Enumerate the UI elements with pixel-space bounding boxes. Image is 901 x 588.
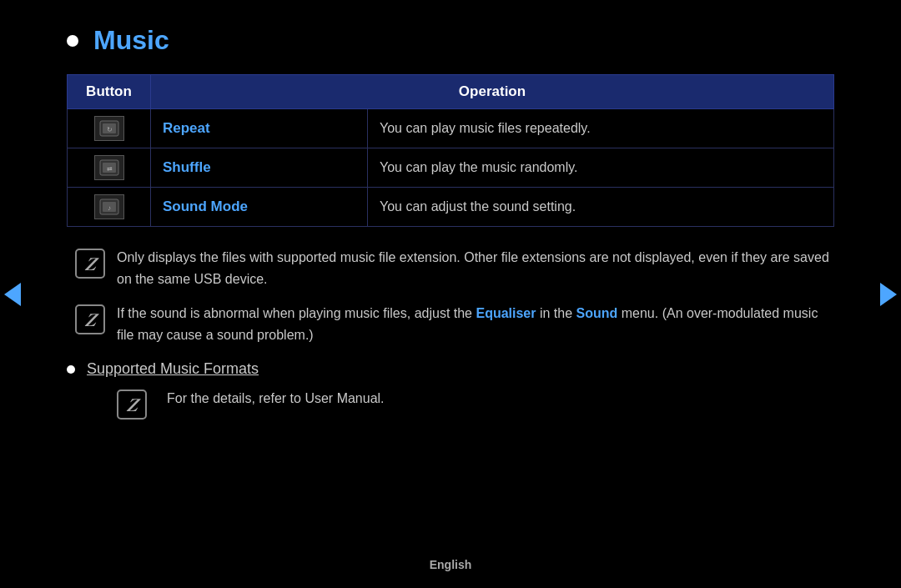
svg-text:↻: ↻ xyxy=(106,126,112,133)
note-icon-2: 𝒁 xyxy=(75,304,105,334)
supported-formats-section: Supported Music Formats 𝒁 For the detail… xyxy=(67,360,834,416)
note-row-1: 𝒁 Only displays the files with supported… xyxy=(75,247,834,289)
footer-language: English xyxy=(430,558,472,571)
sound-mode-button-icon: ♪ xyxy=(94,194,124,219)
notes-section: 𝒁 Only displays the files with supported… xyxy=(67,247,834,345)
nav-right-button[interactable] xyxy=(876,274,901,315)
page-title: Music xyxy=(93,25,169,56)
svg-text:𝒁: 𝒁 xyxy=(84,254,99,274)
table-row: ♪ Sound Mode You can adjust the sound se… xyxy=(68,188,834,227)
table-header-row: Button Operation xyxy=(68,75,834,109)
table-cell-desc: You can play the music randomly. xyxy=(368,148,834,188)
table-cell-desc: You can play music files repeatedly. xyxy=(368,109,834,148)
title-bullet xyxy=(67,35,78,47)
svg-text:𝒁: 𝒁 xyxy=(126,395,141,415)
note-text-2: If the sound is abnormal when playing mu… xyxy=(117,303,834,345)
table-row: ⇄ Shuffle You can play the music randoml… xyxy=(68,148,834,188)
music-table: Button Operation ↻ Repeat xyxy=(67,74,834,227)
table-cell-icon: ⇄ xyxy=(68,148,151,188)
supported-formats-title-row: Supported Music Formats xyxy=(67,360,834,378)
page-container: Music Button Operation ↻ xyxy=(0,0,901,588)
left-arrow-icon xyxy=(4,283,21,306)
right-arrow-icon xyxy=(880,283,897,306)
page-title-row: Music xyxy=(67,25,834,56)
sub-note-icon: 𝒁 xyxy=(117,389,143,416)
svg-text:𝒁: 𝒁 xyxy=(84,309,99,330)
svg-text:♪: ♪ xyxy=(108,204,111,212)
note2-before: If the sound is abnormal when playing mu… xyxy=(117,306,476,320)
table-row: ↻ Repeat You can play music files repeat… xyxy=(68,109,834,148)
note2-highlight2: Sound xyxy=(576,306,618,320)
section-bullet xyxy=(67,365,75,374)
svg-text:⇄: ⇄ xyxy=(106,165,112,173)
table-cell-label: Shuffle xyxy=(151,148,368,188)
table-cell-desc: You can adjust the sound setting. xyxy=(368,188,834,227)
table-cell-label: Sound Mode xyxy=(151,188,368,227)
note2-highlight1: Equaliser xyxy=(476,306,536,320)
note-icon-1: 𝒁 xyxy=(75,249,105,279)
note-text-1: Only displays the files with supported m… xyxy=(117,247,834,289)
nav-left-button[interactable] xyxy=(0,274,25,315)
table-cell-icon: ↻ xyxy=(68,109,151,148)
supported-formats-note-text: For the details, refer to User Manual. xyxy=(167,388,385,410)
col-header-button: Button xyxy=(68,75,151,109)
repeat-button-icon: ↻ xyxy=(94,116,124,141)
col-header-operation: Operation xyxy=(151,75,834,109)
table-cell-icon: ♪ xyxy=(68,188,151,227)
supported-formats-note-row: 𝒁 For the details, refer to User Manual. xyxy=(117,388,834,416)
note-row-2: 𝒁 If the sound is abnormal when playing … xyxy=(75,303,834,345)
shuffle-button-icon: ⇄ xyxy=(94,155,124,180)
supported-formats-title: Supported Music Formats xyxy=(87,360,259,378)
table-cell-label: Repeat xyxy=(151,109,368,148)
note2-middle: in the xyxy=(536,306,576,320)
